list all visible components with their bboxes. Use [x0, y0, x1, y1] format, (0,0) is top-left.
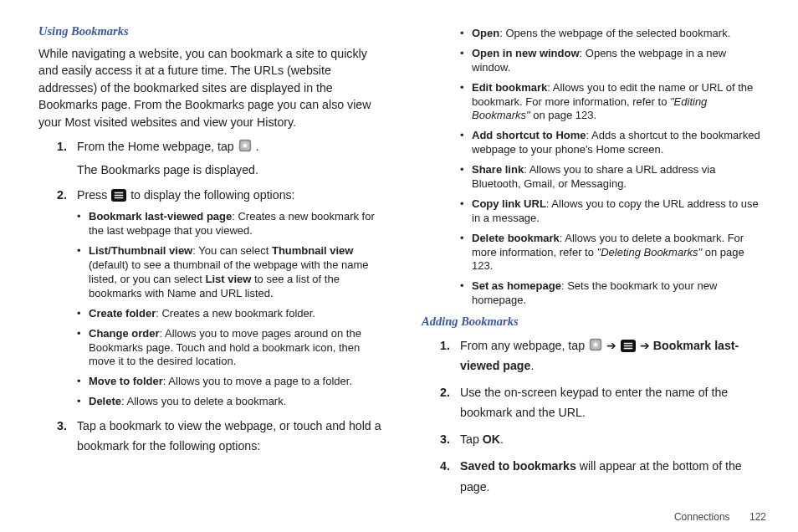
add-step-3: Tap OK.	[460, 429, 766, 449]
footer-section: Connections	[674, 511, 730, 523]
svg-rect-3	[115, 192, 124, 194]
svg-rect-9	[624, 342, 633, 344]
ctx-delete-bookmark: Delete bookmark: Allows you to delete a …	[460, 232, 766, 274]
opt-label: List/Thumbnail view	[89, 244, 192, 257]
opt-change-order: Change order: Allows you to move pages a…	[77, 327, 383, 370]
options-list: Bookmark last-viewed page: Creates a new…	[77, 210, 383, 409]
a2-text: Use the on-screen keypad to enter the na…	[460, 386, 728, 419]
step2-text-a: Press	[77, 188, 110, 202]
opt-delete: Delete: Allows you to delete a bookmark.	[77, 395, 383, 409]
opt-label: Delete	[89, 395, 121, 407]
opt-label: Set as homepage	[472, 279, 561, 292]
context-options-list: Open: Opens the webpage of the selected …	[422, 27, 766, 308]
inline-bold: Thumbnail view	[272, 244, 354, 257]
a4-bold: Saved to bookmarks	[460, 459, 576, 473]
menu-icon	[111, 187, 126, 202]
a3-bold: OK	[483, 432, 500, 446]
opt-label: Add shortcut to Home	[472, 129, 586, 141]
opt-desc: : Allows you to delete a bookmark.	[121, 395, 286, 407]
opt-label: Copy link URL	[472, 197, 546, 210]
a1-text-a: From any webpage, tap	[460, 339, 588, 352]
step1-result: The Bookmarks page is displayed.	[77, 161, 383, 179]
opt-bookmark-last: Bookmark last-viewed page: Creates a new…	[77, 210, 383, 238]
inline-bold: List view	[205, 273, 251, 285]
opt-move-folder: Move to folder: Allows you to move a pag…	[77, 375, 383, 389]
ctx-set-homepage: Set as homepage: Sets the bookmark to yo…	[460, 279, 766, 308]
opt-desc: on page 123.	[530, 109, 597, 121]
arrow-icon: ➔	[606, 339, 620, 352]
ctx-open: Open: Opens the webpage of the selected …	[460, 27, 766, 41]
ctx-copy-link: Copy link URL: Allows you to copy the UR…	[460, 197, 766, 226]
opt-label: Delete bookmark	[472, 232, 560, 244]
a3-text-b: .	[500, 432, 504, 446]
manual-page: Using Bookmarks While navigating a websi…	[0, 0, 798, 532]
heading-adding-bookmarks: Adding Bookmarks	[422, 314, 766, 330]
bookmark-star-icon	[589, 337, 602, 350]
step2-text-b: to display the following options:	[130, 188, 294, 202]
opt-create-folder: Create folder: Creates a new bookmark fo…	[77, 307, 383, 321]
menu-icon	[621, 338, 636, 353]
arrow-icon: ➔	[640, 339, 653, 352]
opt-label: Edit bookmark	[472, 81, 547, 94]
steps-adding-bookmarks: From any webpage, tap ➔ ➔ Bookmark last-…	[422, 335, 766, 497]
ctx-share-link: Share link: Allows you to share a URL ad…	[460, 163, 766, 192]
page-footer: Connections 122	[674, 510, 766, 524]
step1-text-a: From the Home webpage, tap	[77, 140, 238, 153]
ctx-add-shortcut: Add shortcut to Home: Adds a shortcut to…	[460, 129, 766, 157]
opt-label: Move to folder	[89, 375, 163, 387]
svg-rect-11	[624, 347, 633, 349]
add-step-2: Use the on-screen keypad to enter the na…	[460, 382, 766, 422]
opt-desc: : Allows you to move a page to a folder.	[163, 375, 352, 387]
opt-label: Share link	[472, 163, 524, 176]
footer-page-number: 122	[749, 511, 766, 523]
cross-ref: "Deleting Bookmarks"	[597, 246, 705, 258]
intro-paragraph: While navigating a website, you can book…	[38, 45, 383, 131]
opt-desc: : Opens the webpage of the selected book…	[499, 27, 730, 39]
step-1: From the Home webpage, tap . The Bookmar…	[77, 136, 383, 179]
step-3: Tap a bookmark to view the webpage, or t…	[77, 416, 383, 456]
steps-using-bookmarks: From the Home webpage, tap . The Bookmar…	[38, 136, 383, 457]
opt-label: Create folder	[89, 307, 156, 320]
opt-label: Bookmark last-viewed page	[89, 210, 232, 223]
ctx-edit-bookmark: Edit bookmark: Allows you to edit the na…	[460, 81, 766, 124]
bookmark-star-icon	[238, 138, 252, 151]
svg-rect-5	[115, 197, 124, 199]
step-2: Press to display the following options: …	[77, 185, 383, 409]
svg-rect-10	[624, 345, 633, 346]
opt-label: Open in new window	[472, 47, 580, 59]
svg-rect-4	[115, 195, 124, 197]
step3-text: Tap a bookmark to view the webpage, or t…	[77, 419, 381, 453]
opt-list-thumbnail: List/Thumbnail view: You can select Thum…	[77, 244, 383, 301]
add-step-1: From any webpage, tap ➔ ➔ Bookmark last-…	[460, 335, 766, 376]
opt-label: Change order	[89, 327, 160, 340]
heading-using-bookmarks: Using Bookmarks	[38, 23, 383, 40]
a1-text-d: .	[530, 359, 534, 372]
a3-text-a: Tap	[460, 432, 483, 446]
step1-text-b: .	[256, 140, 259, 153]
ctx-open-new-window: Open in new window: Opens the webpage in…	[460, 47, 766, 75]
opt-label: Open	[472, 27, 499, 39]
opt-desc: : You can select	[192, 244, 272, 257]
opt-desc: : Creates a new bookmark folder.	[156, 307, 315, 320]
add-step-4: Saved to bookmarks will appear at the bo…	[460, 456, 766, 496]
